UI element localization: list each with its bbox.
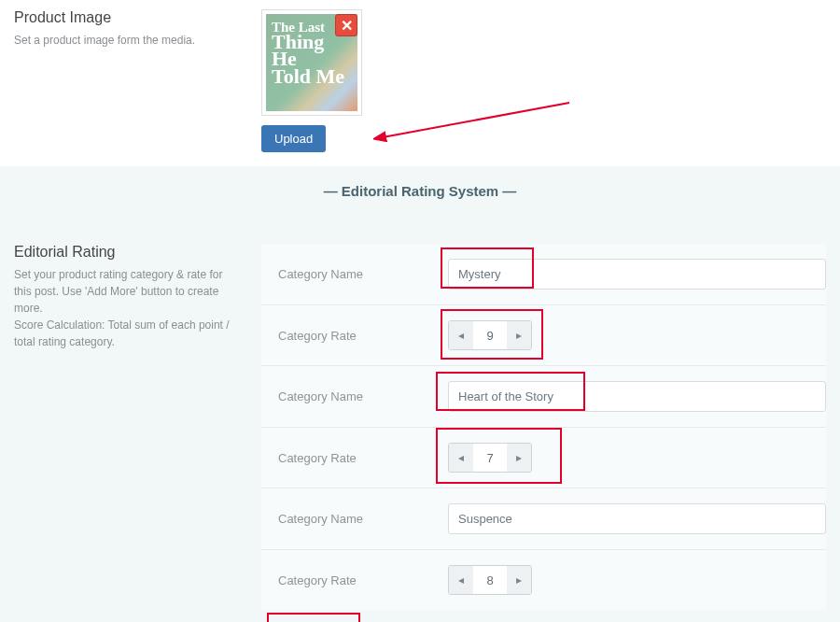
category-name-label: Category Name	[261, 267, 448, 281]
category-rate-label: Category Rate	[261, 329, 448, 343]
chevron-right-icon: ▸	[516, 451, 522, 464]
category-rate-control: ◂ ▸	[448, 565, 826, 595]
editorial-rating-heading: Editorial Rating	[14, 244, 243, 261]
rate-decrement-button[interactable]: ◂	[449, 321, 473, 349]
category-name-input[interactable]	[448, 381, 826, 412]
category-name-control	[448, 503, 826, 534]
editorial-rating-desc: Set your product rating category & rate …	[14, 266, 243, 350]
chevron-left-icon: ◂	[458, 451, 464, 464]
editorial-rating-fields: Category Name Category Rate ◂ ▸	[261, 244, 826, 622]
product-image-thumbnail-wrap: The Last Thing He Told Me ✕	[261, 9, 362, 116]
rate-stepper: ◂ ▸	[448, 443, 532, 473]
category-name-input[interactable]	[448, 503, 826, 534]
rate-increment-button[interactable]: ▸	[507, 321, 531, 349]
product-image-controls: The Last Thing He Told Me ✕ Upload	[261, 9, 826, 152]
rating-rows: Category Name Category Rate ◂ ▸	[261, 244, 826, 610]
chevron-right-icon: ▸	[516, 329, 522, 342]
rating-name-row: Category Name	[261, 366, 826, 428]
category-rate-label: Category Rate	[261, 451, 448, 465]
close-icon: ✕	[341, 17, 353, 35]
rate-value-input[interactable]	[473, 566, 507, 594]
editorial-rating-system-title: — Editorial Rating System —	[0, 166, 840, 216]
chevron-left-icon: ◂	[458, 573, 464, 587]
rating-rate-row: Category Rate ◂ ▸	[261, 305, 826, 366]
category-name-control	[448, 381, 826, 412]
category-name-label: Category Name	[261, 389, 448, 403]
add-more-wrap: Add More	[261, 610, 826, 622]
remove-image-button[interactable]: ✕	[335, 14, 357, 36]
category-rate-control: ◂ ▸	[448, 443, 826, 473]
highlight-box	[267, 613, 360, 622]
rate-increment-button[interactable]: ▸	[507, 444, 531, 472]
product-image-desc: Set a product image form the media.	[14, 32, 243, 49]
chevron-left-icon: ◂	[458, 329, 464, 342]
category-name-control	[448, 259, 826, 290]
editorial-rating-section: Editorial Rating Set your product rating…	[0, 216, 840, 622]
rating-rate-row: Category Rate ◂ ▸	[261, 428, 826, 488]
category-name-input[interactable]	[448, 259, 826, 290]
rate-value-input[interactable]	[473, 321, 507, 349]
rate-decrement-button[interactable]: ◂	[449, 566, 473, 594]
product-image-section: Product Image Set a product image form t…	[0, 0, 840, 166]
upload-button[interactable]: Upload	[261, 125, 326, 152]
rate-stepper: ◂ ▸	[448, 320, 532, 350]
rating-name-row: Category Name	[261, 488, 826, 550]
rate-stepper: ◂ ▸	[448, 565, 532, 595]
category-rate-control: ◂ ▸	[448, 320, 826, 350]
category-rate-label: Category Rate	[261, 573, 448, 587]
rate-decrement-button[interactable]: ◂	[449, 444, 473, 472]
product-image-heading: Product Image	[14, 9, 243, 26]
rating-rate-row: Category Rate ◂ ▸	[261, 550, 826, 610]
product-image-help: Product Image Set a product image form t…	[14, 9, 261, 152]
rate-increment-button[interactable]: ▸	[507, 566, 531, 594]
rate-value-input[interactable]	[473, 444, 507, 472]
rating-name-row: Category Name	[261, 244, 826, 305]
chevron-right-icon: ▸	[516, 573, 522, 587]
category-name-label: Category Name	[261, 512, 448, 526]
editorial-rating-help: Editorial Rating Set your product rating…	[14, 244, 261, 622]
